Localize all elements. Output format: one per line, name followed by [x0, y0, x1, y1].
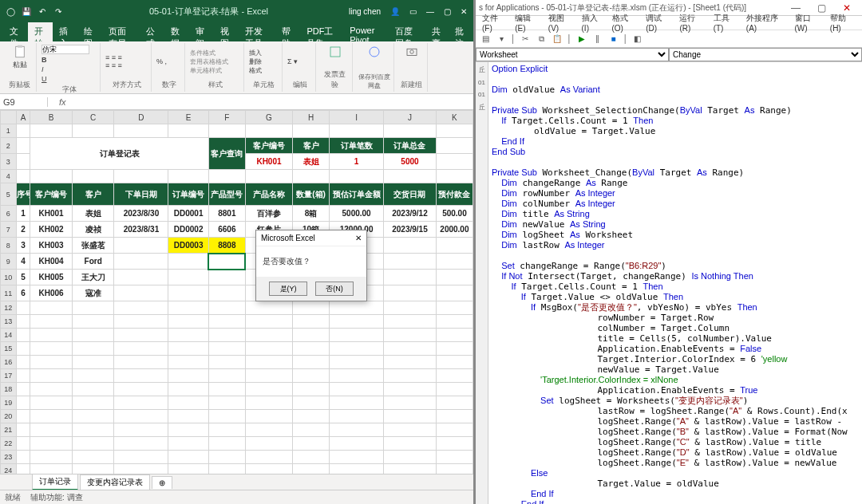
column-headers[interactable]: ABCDEFGHIJK	[1, 111, 473, 124]
svg-point-5	[409, 50, 413, 54]
minimize-icon[interactable]: —	[426, 7, 434, 16]
vbe-maximize-icon[interactable]: ▢	[809, 2, 833, 14]
share-button[interactable]: 共享	[425, 22, 449, 41]
vbe-view-icon[interactable]: ▤	[479, 33, 492, 45]
tab-layout[interactable]: 页面布局	[102, 22, 139, 41]
quick-access-toolbar: ◯ 💾 ↶ ↷	[0, 6, 69, 17]
ribbon-body: 粘贴 剪贴板 B I U 字体 ≡ ≡ ≡≡ ≡ ≡ 对齐方式 % , 数字 条…	[0, 41, 473, 94]
vbe-proc-select[interactable]: Change	[669, 48, 862, 61]
maximize-icon[interactable]: ▢	[444, 7, 451, 16]
sheet-tab-orders[interactable]: 订单记录	[32, 474, 78, 490]
vbe-save-icon[interactable]: ▾	[495, 33, 508, 45]
comments-button[interactable]: 批注	[449, 22, 473, 41]
vbe-menubar: 文件(F) 编辑(E) 视图(V) 插入(I) 格式(O) 调试(D) 运行(R…	[476, 16, 862, 30]
vbe-window: s for Applications - 05-01-订单登记表-结果.xlsm…	[476, 0, 862, 504]
user-avatar[interactable]: 👤	[390, 7, 400, 16]
excel-titlebar: ◯ 💾 ↶ ↷ 05-01-订单登记表-结果 - Excel ling chen…	[0, 0, 473, 22]
new-sheet-button[interactable]: ⊕	[152, 476, 172, 489]
svg-point-3	[370, 47, 379, 57]
msgbox-close-icon[interactable]: ✕	[355, 234, 362, 242]
status-ready: 就绪	[5, 492, 21, 503]
redo-icon[interactable]: ↷	[53, 6, 64, 17]
vbe-cut-icon[interactable]: ✂	[519, 33, 532, 45]
group-cells: 单元格	[249, 78, 279, 90]
sheet-tab-log[interactable]: 变更内容记录表	[80, 474, 150, 490]
vbe-run-icon[interactable]: ▶	[575, 33, 588, 45]
vbe-toolbar: ▤ ▾│ ✂ ⧉ 📋│ ▶ ‖ ■│ ◧	[476, 30, 862, 48]
excel-window: ◯ 💾 ↶ ↷ 05-01-订单登记表-结果 - Excel ling chen…	[0, 0, 476, 504]
tab-insert[interactable]: 插入	[53, 22, 77, 41]
baidu-save-button[interactable]	[358, 45, 390, 59]
tab-home[interactable]: 开始	[28, 22, 53, 41]
svg-rect-1	[18, 45, 22, 48]
tab-file[interactable]: 文件	[3, 22, 28, 41]
tab-data[interactable]: 数据	[164, 22, 189, 41]
group-baidu: 保存到百度网盘	[358, 71, 390, 90]
vbe-pause-icon[interactable]: ‖	[591, 33, 604, 45]
group-align: 对齐方式	[105, 78, 148, 90]
name-box[interactable]: G9	[0, 97, 48, 107]
group-invoice: 发票查验	[321, 68, 349, 90]
msgbox-body: 是否要改值？	[256, 246, 366, 277]
msgbox-no-button[interactable]: 否(N)	[315, 282, 354, 296]
tab-help[interactable]: 帮助	[275, 22, 300, 41]
vbe-close-icon[interactable]: ✕	[835, 2, 859, 14]
vbe-design-icon[interactable]: ◧	[631, 33, 644, 45]
group-edit: 编辑	[287, 78, 312, 90]
tab-review[interactable]: 审阅	[189, 22, 214, 41]
paste-button[interactable]: 粘贴	[6, 45, 33, 70]
undo-icon[interactable]: ↶	[37, 6, 48, 17]
group-font: 字体	[42, 83, 97, 95]
tab-draw[interactable]: 绘图	[77, 22, 102, 41]
vbe-code-pane[interactable]: Option Explicit Dim oldValue As Variant …	[488, 62, 862, 504]
invoice-check-button[interactable]	[321, 45, 349, 59]
camera-button[interactable]	[399, 45, 424, 59]
tab-view[interactable]: 视图	[214, 22, 239, 41]
underline-icon[interactable]: U	[42, 75, 89, 83]
svg-rect-2	[330, 47, 340, 57]
bold-icon[interactable]: B	[42, 56, 89, 64]
ribbon-tabs: 文件 开始 插入 绘图 页面布局 公式 数据 审阅 视图 开发工具 帮助 PDF…	[0, 22, 473, 41]
group-styles: 样式	[190, 78, 240, 90]
tab-formulas[interactable]: 公式	[140, 22, 164, 41]
status-bar: 就绪 辅助功能: 调查	[0, 490, 473, 504]
spreadsheet-grid[interactable]: ABCDEFGHIJK 12订单登记表客户查询客户编号客户订单笔数订单总金3KH…	[0, 110, 473, 474]
user-name[interactable]: ling chen	[349, 7, 381, 16]
group-number: 数字	[156, 78, 181, 90]
save-icon[interactable]: 💾	[21, 6, 32, 17]
group-new: 新建组	[399, 78, 424, 90]
close-icon[interactable]: ✕	[461, 7, 467, 16]
msgbox-yes-button[interactable]: 是(Y)	[269, 282, 307, 296]
formula-bar: G9 fx	[0, 94, 473, 110]
status-access: 辅助功能: 调查	[30, 492, 83, 503]
sheet-tabs: 订单记录 变更内容记录表 ⊕	[0, 474, 473, 490]
msgbox-title: Microsoft Excel	[261, 234, 315, 242]
vbe-margin: 丘0101丘	[476, 62, 488, 504]
ribbon-display-icon[interactable]: ▭	[409, 7, 417, 16]
window-title: 05-01-订单登记表-结果 - Excel	[69, 6, 349, 18]
vbe-stop-icon[interactable]: ■	[607, 33, 620, 45]
italic-icon[interactable]: I	[42, 65, 89, 73]
group-clipboard: 剪贴板	[6, 78, 33, 90]
msgbox-dialog: Microsoft Excel ✕ 是否要改值？ 是(Y) 否(N)	[255, 230, 367, 301]
vbe-object-select[interactable]: Worksheet	[476, 48, 669, 61]
tab-pdf[interactable]: PDF工具集	[300, 22, 343, 41]
vbe-copy-icon[interactable]: ⧉	[535, 33, 548, 45]
svg-rect-0	[15, 46, 24, 57]
tab-developer[interactable]: 开发工具	[239, 22, 275, 41]
vbe-paste-icon[interactable]: 📋	[551, 33, 563, 45]
vbe-title-text: s for Applications - 05-01-订单登记表-结果.xlsm…	[479, 2, 746, 14]
vbe-minimize-icon[interactable]: —	[784, 2, 808, 14]
vbe-object-dropdowns: Worksheet Change	[476, 48, 862, 62]
tab-baidu[interactable]: 百度网盘	[389, 22, 425, 41]
tab-powerpivot[interactable]: Power Pivot	[343, 22, 388, 41]
font-name-input[interactable]	[42, 45, 89, 54]
fx-icon[interactable]: fx	[48, 97, 77, 107]
autosave-toggle[interactable]: ◯	[5, 6, 16, 17]
